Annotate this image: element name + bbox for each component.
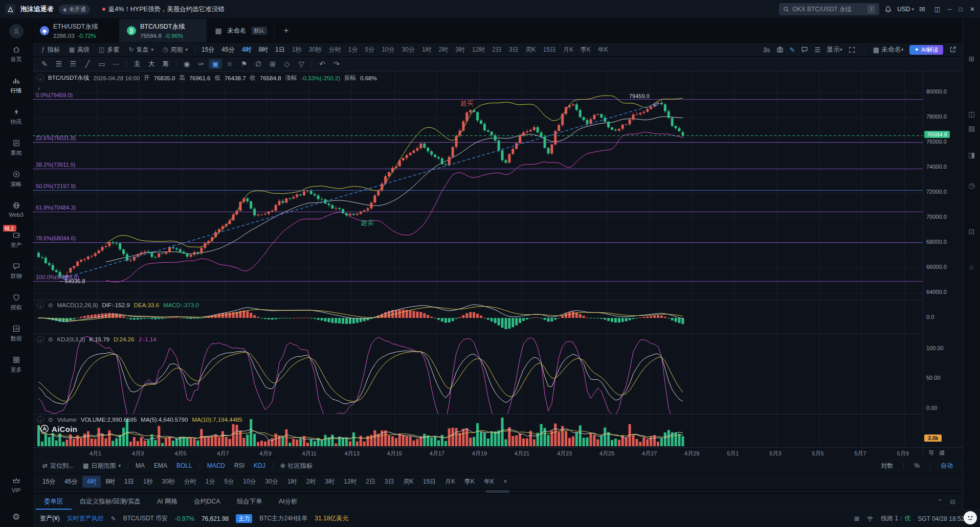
layer-toggle-主[interactable]: 主	[130, 59, 144, 69]
main-force-badge[interactable]: 主力	[236, 514, 252, 523]
indicator-toggle-MACD[interactable]: MACD	[203, 462, 230, 469]
scale-toggle-对数[interactable]: 对数	[876, 462, 898, 470]
draw-tool-icon-2[interactable]: ☴	[66, 59, 80, 69]
timeframe-2时[interactable]: 2时	[435, 45, 452, 54]
scale-toggle-%[interactable]: %	[909, 462, 924, 469]
layer-toggle-筹[interactable]: 筹	[159, 59, 172, 69]
scale-toggle-自动[interactable]: 自动	[936, 462, 957, 470]
screenshot-camera-icon[interactable]	[776, 46, 784, 53]
timeframe-30秒[interactable]: 30秒	[305, 45, 325, 54]
timeframe-3日[interactable]: 3日	[505, 45, 522, 54]
indicator-settings-icon[interactable]: ⊙	[48, 336, 53, 343]
community-indicators-button[interactable]: ⊕社区指标	[276, 462, 317, 470]
draw-tool2-icon-4[interactable]: ⚑	[237, 59, 251, 69]
collapse-panel-icon[interactable]: ⌃	[938, 498, 943, 506]
timeframe-12时[interactable]: 12时	[469, 45, 488, 54]
draw-tool-icon-3[interactable]: ╱	[81, 59, 94, 69]
undo-icon[interactable]: ↶	[316, 59, 329, 69]
assets-label[interactable]: 资产(¥)	[40, 514, 60, 523]
timeframe-15分[interactable]: 15分	[38, 476, 60, 488]
candlestick-chart-canvas[interactable]	[33, 72, 923, 447]
liquidation-button[interactable]: 爆	[939, 449, 945, 457]
expand-panel-icon[interactable]: ⊟	[950, 498, 955, 506]
timeframe-1秒[interactable]: 1秒	[288, 45, 305, 54]
maximize-icon[interactable]: □	[959, 6, 963, 13]
timeframe-季K[interactable]: 季K	[460, 476, 479, 488]
timeframe-30分[interactable]: 30分	[261, 476, 283, 488]
timeframe-3日[interactable]: 3日	[380, 476, 399, 488]
date-range-button[interactable]: ▦日期范围▾	[78, 462, 125, 470]
timeframe-45分[interactable]: 45分	[218, 45, 238, 54]
timeframe-月K[interactable]: 月K	[440, 476, 460, 488]
panel-tab-合约DCA[interactable]: 合约DCA	[186, 494, 228, 510]
draw-tool2-icon-2[interactable]: ▣	[209, 59, 222, 69]
compare-icon[interactable]: ◨	[963, 151, 980, 159]
time-axis[interactable]: 4月14月34月54月74月94月114月134月154月174月194月214…	[33, 447, 923, 458]
display-menu[interactable]: 显示▾	[827, 45, 842, 54]
sidebar-item-flash[interactable]: 快讯	[0, 108, 32, 126]
timeframe-2时[interactable]: 2时	[302, 476, 321, 488]
draw-tool2-icon-7[interactable]: ◇	[280, 59, 294, 69]
currency-selector[interactable]: USD▾	[897, 6, 914, 13]
sidebar-item-chat[interactable]: 群聊	[0, 262, 32, 280]
draw-tool-icon-4[interactable]: ▭	[95, 59, 108, 69]
timeframe-1分[interactable]: 1分	[345, 45, 362, 54]
assistant-button[interactable]	[964, 511, 977, 524]
symbol-tab-2[interactable]: ▦未命名默认	[207, 19, 275, 42]
timeframe-3时[interactable]: 3时	[320, 476, 339, 488]
indicator-toggle-KDJ[interactable]: KDJ	[249, 462, 270, 469]
sidebar-item-vip[interactable]: VIP	[0, 477, 32, 493]
collapse-icon[interactable]: ⌄	[37, 416, 44, 423]
timeframe-年K[interactable]: 年K	[479, 476, 499, 488]
panel-tab-委单区[interactable]: 委单区	[36, 494, 72, 510]
timeframe-5分[interactable]: 5分	[362, 45, 378, 54]
collapse-icon[interactable]: ⌄	[37, 302, 44, 309]
network-grid-icon[interactable]: ⊞	[854, 515, 859, 522]
close-icon[interactable]: ✕	[970, 6, 975, 13]
redo-icon[interactable]: ↷	[330, 59, 343, 69]
collapse-icon[interactable]: ⌄	[37, 75, 44, 82]
close-chipbar-button[interactable]: ×	[499, 476, 511, 487]
indicator-toggle-EMA[interactable]: EMA	[149, 462, 172, 469]
panel-toggle-icon[interactable]: ◫	[934, 6, 940, 13]
indicator-settings-icon[interactable]: ⊙	[48, 416, 53, 423]
kline-icon[interactable]: ◫	[963, 110, 980, 118]
sidebar-item-market[interactable]: 行情	[0, 77, 32, 95]
timeframe-周K[interactable]: 周K	[399, 476, 418, 488]
sidebar-item-data[interactable]: 数据	[0, 325, 32, 342]
layout-icon[interactable]: ⊡	[963, 227, 980, 236]
alert-clock-icon[interactable]: ◷	[963, 181, 980, 190]
indicator-toggle-MA[interactable]: MA	[131, 462, 149, 469]
apps-grid-icon[interactable]: ⊞	[963, 55, 980, 63]
timeframe-2日[interactable]: 2日	[361, 476, 380, 488]
timeframe-月K[interactable]: 月K	[560, 45, 577, 54]
layer-toggle-大[interactable]: 大	[145, 59, 158, 69]
indicator-settings-icon[interactable]: ⊙	[48, 302, 53, 309]
draw-tool2-icon-0[interactable]: ◉	[180, 59, 193, 69]
risk-control-link[interactable]: 实时资产风控	[67, 514, 104, 523]
locate-button[interactable]: ⇄定位到...	[38, 462, 78, 470]
draw-tool2-icon-6[interactable]: ⊞	[266, 59, 279, 69]
panel-tab-AI 网格[interactable]: AI 网格	[149, 494, 186, 510]
timeframe-1日[interactable]: 1日	[120, 476, 139, 488]
timeframe-2日[interactable]: 2日	[488, 45, 505, 54]
watchlist-icon[interactable]: ▤	[963, 124, 980, 132]
timeframe-1时[interactable]: 1时	[283, 476, 302, 488]
refresh-speed[interactable]: 3s	[763, 46, 770, 54]
timeframe-4时[interactable]: 4时	[238, 45, 255, 54]
expand-row-icon[interactable]: ›	[38, 85, 40, 92]
draw-tool2-icon-8[interactable]: ▽	[295, 59, 308, 69]
symbol-tab-0[interactable]: ◆ETH/USDT永续2286.03-0.72%	[33, 19, 120, 42]
draw-tool-icon-1[interactable]: ☰	[52, 59, 65, 69]
timeframe-12时[interactable]: 12时	[339, 476, 361, 488]
timeframe-1时[interactable]: 1时	[418, 45, 435, 54]
timeframe-年K[interactable]: 年K	[594, 45, 612, 54]
indicator-toggle-RSI[interactable]: RSI	[230, 462, 249, 469]
list-icon[interactable]: ☰	[814, 46, 820, 54]
news-ticker[interactable]: 返4%！HYPE强势，美股合约选它准没错	[102, 5, 225, 14]
timeframe-10分[interactable]: 10分	[378, 45, 398, 54]
timeframe-1日[interactable]: 1日	[272, 45, 288, 54]
comment-icon[interactable]	[801, 46, 808, 53]
settings-gear-icon[interactable]: ⚙	[12, 512, 20, 522]
toolbar-高级[interactable]: ▦高级	[64, 45, 94, 54]
